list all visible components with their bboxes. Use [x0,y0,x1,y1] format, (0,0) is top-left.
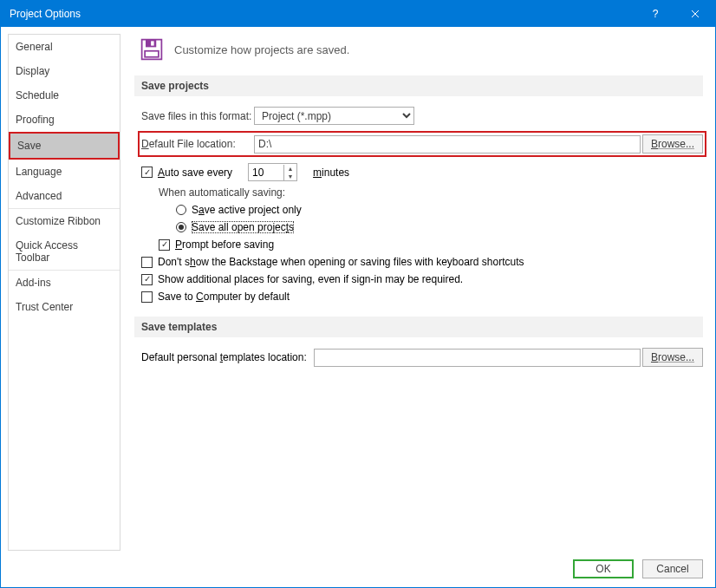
window-title: Project Options [1,8,635,20]
location-input[interactable] [254,135,641,154]
sidebar: General Display Schedule Proofing Save L… [8,34,120,551]
row-additional-places: Show additional places for saving, even … [141,273,703,285]
all-projects-label: Save all open projects [192,221,294,233]
when-saving-label: When automatically saving: [141,186,703,199]
spinner-down-icon[interactable]: ▼ [284,173,296,180]
close-icon [691,10,700,18]
auto-save-value[interactable] [249,164,283,180]
row-radio-all: Save all open projects [141,221,703,233]
additional-label: Show additional places for saving, even … [158,273,463,285]
svg-rect-3 [145,51,159,57]
save-templates-form: Default personal templates location: Bro… [134,348,703,367]
format-label: Save files in this format: [141,110,254,122]
templates-input[interactable] [314,349,641,367]
content-area: General Display Schedule Proofing Save L… [1,27,715,551]
auto-save-label: Auto save every [158,167,232,179]
sidebar-item-language[interactable]: Language [9,160,120,184]
row-auto-save: Auto save every ▲▼ minutes [141,163,703,181]
sidebar-item-advanced[interactable]: Advanced [9,184,120,208]
templates-label: Default personal templates location: [141,351,307,363]
prompt-checkbox[interactable] [159,239,170,251]
row-default-location: Default File location: Browse... [138,131,706,157]
auto-save-spinner[interactable]: ▲▼ [248,163,297,181]
auto-save-unit: minutes [313,167,349,179]
active-project-radio[interactable] [176,205,186,215]
active-project-label: Save active project only [192,204,302,216]
format-select[interactable]: Project (*.mpp) [254,107,414,125]
save-projects-form: Save files in this format: Project (*.mp… [134,107,703,303]
panel-description: Customize how projects are saved. [174,43,349,56]
additional-checkbox[interactable] [141,274,153,285]
sidebar-item-display[interactable]: Display [9,59,120,83]
sidebar-item-general[interactable]: General [9,35,120,59]
help-button[interactable]: ? [635,1,675,27]
row-format: Save files in this format: Project (*.mp… [141,107,703,125]
ok-button[interactable]: OK [573,559,634,578]
sidebar-item-customize-ribbon[interactable]: Customize Ribbon [9,209,120,233]
row-templates-location: Default personal templates location: Bro… [141,348,703,367]
cancel-button[interactable]: Cancel [642,559,703,578]
section-save-templates: Save templates [134,317,703,337]
row-radio-active: Save active project only [141,204,703,216]
svg-rect-2 [151,41,154,45]
close-button[interactable] [675,1,715,27]
location-label: Default File location: [141,138,254,150]
save-computer-checkbox[interactable] [141,291,153,303]
sidebar-item-quick-access-toolbar[interactable]: Quick Access Toolbar [9,233,120,270]
auto-save-checkbox[interactable] [141,167,153,178]
panel-header: Customize how projects are saved. [134,37,703,62]
browse-location-button[interactable]: Browse... [642,134,703,154]
row-save-computer: Save to Computer by default [141,291,703,303]
browse-templates-button[interactable]: Browse... [642,348,703,367]
spinner-up-icon[interactable]: ▲ [284,165,296,173]
row-prompt: Prompt before saving [141,238,703,251]
row-backstage: Don't show the Backstage when opening or… [141,256,703,268]
sidebar-item-schedule[interactable]: Schedule [9,83,120,108]
save-icon [140,37,164,62]
sidebar-item-proofing[interactable]: Proofing [9,108,120,132]
project-options-dialog: Project Options ? General Display Schedu… [0,0,716,588]
prompt-label: Prompt before saving [175,238,274,251]
dialog-footer: OK Cancel [1,551,715,587]
backstage-label: Don't show the Backstage when opening or… [158,256,524,268]
save-computer-label: Save to Computer by default [158,291,290,303]
sidebar-item-add-ins[interactable]: Add-ins [9,271,120,295]
titlebar: Project Options ? [1,1,715,27]
sidebar-item-save[interactable]: Save [9,132,120,160]
all-projects-radio[interactable] [176,222,186,232]
main-panel: Customize how projects are saved. Save p… [129,34,708,551]
section-save-projects: Save projects [134,75,703,96]
sidebar-item-trust-center[interactable]: Trust Center [9,295,120,319]
backstage-checkbox[interactable] [141,257,153,268]
